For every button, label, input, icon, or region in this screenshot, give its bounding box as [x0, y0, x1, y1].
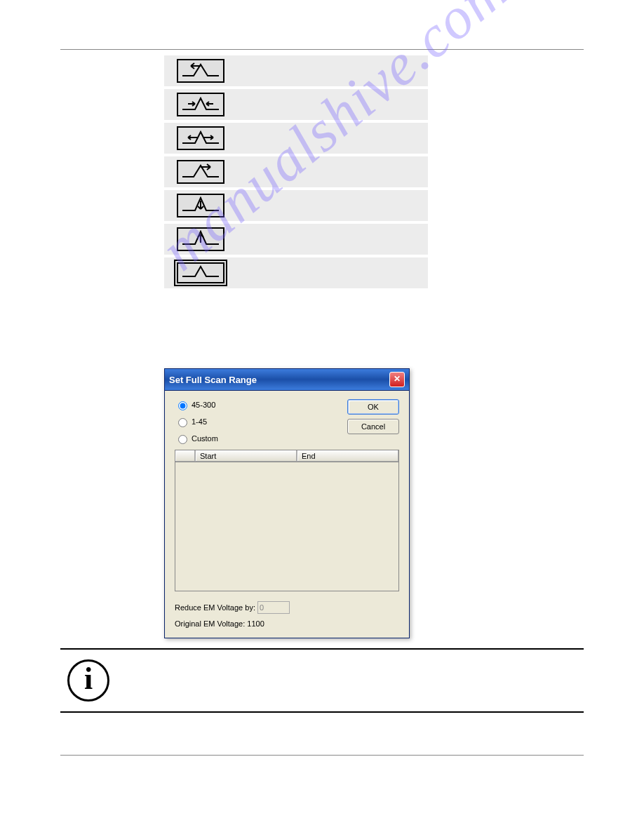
radio-45-300[interactable] [178, 401, 187, 410]
radio-label: 45-300 [192, 401, 215, 409]
peak-full-view-icon[interactable] [177, 262, 224, 283]
original-em-label: Original EM Voltage: 1100 [175, 619, 399, 628]
peak-height-down-icon[interactable] [177, 194, 224, 217]
column-end[interactable]: End [297, 450, 398, 462]
column-blank[interactable] [175, 450, 196, 462]
peak-shift-left-icon[interactable] [177, 59, 224, 83]
radio-1-45[interactable] [178, 418, 187, 427]
radio-label: Custom [192, 434, 218, 443]
dialog-titlebar: Set Full Scan Range ✕ [165, 369, 409, 391]
listview-header: Start End [175, 450, 398, 462]
top-divider [60, 49, 584, 50]
reduce-em-input [257, 601, 290, 614]
cancel-button[interactable]: Cancel [347, 419, 399, 434]
toolbar-icon-table [164, 55, 428, 291]
reduce-em-label: Reduce EM Voltage by: [175, 603, 255, 612]
info-note-row: i [60, 648, 584, 713]
peak-narrow-icon[interactable] [177, 93, 224, 116]
set-full-scan-range-dialog: Set Full Scan Range ✕ OK Cancel 45-300 1… [164, 368, 410, 638]
radio-custom[interactable] [178, 435, 187, 444]
column-start[interactable]: Start [196, 450, 297, 462]
close-icon[interactable]: ✕ [389, 372, 405, 387]
dialog-title: Set Full Scan Range [169, 375, 257, 385]
scan-range-listview[interactable]: Start End [175, 450, 399, 591]
peak-widen-icon[interactable] [177, 126, 224, 150]
ok-button[interactable]: OK [347, 399, 399, 415]
info-icon: i [67, 659, 109, 702]
radio-label: 1-45 [192, 417, 207, 426]
peak-height-up-icon[interactable] [177, 227, 224, 251]
peak-shift-right-icon[interactable] [177, 160, 224, 184]
